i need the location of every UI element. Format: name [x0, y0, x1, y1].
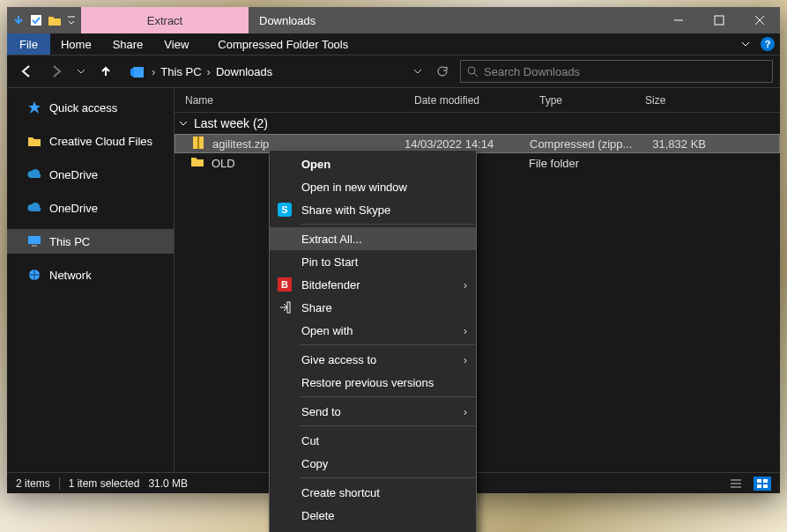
content-pane: Name Date modified Type Size Last week (… — [174, 88, 780, 472]
sidebar-item-label: This PC — [49, 235, 90, 248]
svg-rect-11 — [763, 484, 768, 488]
sidebar-item-quick-access[interactable]: Quick access — [7, 95, 174, 120]
menu-pin-to-start[interactable]: Pin to Start — [270, 250, 476, 273]
submenu-arrow-icon: › — [464, 324, 467, 337]
recent-dropdown-icon[interactable] — [74, 59, 88, 84]
breadcrumb-downloads[interactable]: Downloads — [212, 65, 276, 78]
menu-delete[interactable]: Delete — [270, 504, 476, 527]
search-box[interactable] — [460, 60, 773, 83]
menu-share[interactable]: Share — [270, 296, 476, 319]
sidebar: Quick access Creative Cloud Files OneDri… — [7, 88, 174, 472]
search-input[interactable] — [484, 65, 767, 78]
group-header[interactable]: Last week (2) — [174, 113, 780, 134]
menu-cut[interactable]: Cut — [270, 429, 476, 452]
sidebar-item-label: OneDrive — [49, 202, 98, 215]
menu-separator — [300, 425, 476, 426]
window-title: Downloads — [249, 7, 658, 33]
menu-open[interactable]: Open — [270, 152, 476, 175]
checkbox-icon[interactable] — [30, 14, 42, 26]
menu-send-to[interactable]: Send to › — [270, 400, 476, 423]
menu-bitdefender[interactable]: B Bitdefender › — [270, 273, 476, 296]
menu-rename[interactable]: Rename — [270, 527, 476, 532]
submenu-arrow-icon: › — [464, 405, 467, 418]
help-button[interactable]: ? — [755, 33, 780, 55]
folder-row-old[interactable]: OLD File folder — [174, 153, 780, 173]
sidebar-item-onedrive[interactable]: OneDrive — [7, 196, 174, 220]
refresh-button[interactable] — [430, 59, 455, 84]
chevron-right-icon[interactable]: › — [150, 65, 157, 78]
sidebar-item-label: OneDrive — [49, 168, 98, 181]
ribbon-tabs: File Home Share View Compressed Folder T… — [7, 33, 780, 55]
details-view-button[interactable] — [727, 477, 745, 491]
address-bar-row: › This PC › Downloads — [7, 55, 780, 88]
tab-view[interactable]: View — [153, 33, 199, 55]
column-type[interactable]: Type — [529, 94, 635, 107]
svg-rect-9 — [763, 479, 768, 483]
file-name: agilitest.zip — [212, 137, 405, 151]
cloud-icon — [26, 200, 42, 216]
location-folder-icon — [129, 63, 145, 79]
svg-rect-7 — [197, 137, 199, 149]
tab-home[interactable]: Home — [50, 33, 102, 55]
down-arrow-icon[interactable] — [12, 14, 25, 26]
svg-rect-1 — [715, 16, 724, 25]
status-item-count: 2 items — [16, 477, 50, 490]
sidebar-item-label: Network — [49, 269, 92, 282]
file-type: Compressed (zipp... — [530, 137, 635, 151]
file-menu[interactable]: File — [7, 33, 50, 55]
folder-icon[interactable] — [48, 14, 62, 26]
svg-point-2 — [468, 67, 475, 74]
menu-restore-previous[interactable]: Restore previous versions — [270, 371, 476, 394]
search-icon — [466, 65, 479, 78]
ribbon-context-tab[interactable]: Extract — [81, 7, 249, 33]
menu-give-access[interactable]: Give access to › — [270, 348, 476, 371]
folder-icon — [190, 155, 206, 171]
minimize-button[interactable] — [658, 7, 699, 33]
bitdefender-icon: B — [277, 277, 293, 292]
menu-extract-all[interactable]: Extract All... — [270, 227, 476, 250]
tab-compressed-tools[interactable]: Compressed Folder Tools — [199, 33, 367, 55]
file-type: File folder — [529, 157, 635, 170]
sidebar-item-onedrive[interactable]: OneDrive — [7, 162, 174, 187]
close-button[interactable] — [739, 7, 780, 33]
column-size[interactable]: Size — [635, 94, 714, 107]
breadcrumb-this-pc[interactable]: This PC — [157, 65, 204, 78]
menu-open-new-window[interactable]: Open in new window — [270, 175, 476, 198]
submenu-arrow-icon: › — [464, 353, 467, 366]
svg-rect-10 — [757, 484, 761, 488]
maximize-button[interactable] — [699, 7, 739, 33]
ribbon-collapse-icon[interactable] — [736, 33, 755, 55]
svg-rect-0 — [31, 15, 41, 26]
chevron-down-icon — [178, 118, 189, 129]
menu-separator — [300, 396, 476, 397]
tab-share[interactable]: Share — [102, 33, 154, 55]
quick-access-toolbar — [7, 7, 81, 33]
back-button[interactable] — [14, 59, 39, 84]
submenu-arrow-icon: › — [464, 278, 467, 292]
menu-separator — [300, 344, 476, 345]
file-row-agilitest[interactable]: agilitest.zip 14/03/2022 14:14 Compresse… — [174, 134, 780, 153]
menu-share-skype[interactable]: S Share with Skype — [270, 198, 476, 221]
column-headers: Name Date modified Type Size — [174, 88, 780, 113]
sidebar-item-creative-cloud[interactable]: Creative Cloud Files — [7, 129, 174, 153]
column-date[interactable]: Date modified — [404, 94, 529, 107]
menu-open-with[interactable]: Open with › — [270, 319, 476, 342]
file-size: 31,832 KB — [635, 137, 715, 151]
monitor-icon — [26, 233, 42, 249]
column-name[interactable]: Name — [174, 94, 404, 107]
sidebar-item-this-pc[interactable]: This PC — [7, 229, 174, 254]
address-dropdown-icon[interactable] — [405, 59, 430, 84]
menu-separator — [300, 224, 476, 225]
up-button[interactable] — [93, 59, 118, 84]
qat-dropdown-icon[interactable] — [67, 14, 76, 26]
file-date: 14/03/2022 14:14 — [405, 137, 530, 151]
address-bar[interactable]: › This PC › Downloads — [123, 60, 455, 83]
svg-rect-16 — [287, 302, 290, 313]
icons-view-button[interactable] — [754, 477, 771, 491]
menu-create-shortcut[interactable]: Create shortcut — [270, 481, 476, 504]
sidebar-item-network[interactable]: Network — [7, 262, 174, 287]
menu-copy[interactable]: Copy — [270, 452, 476, 475]
forward-button[interactable] — [44, 59, 69, 84]
svg-rect-4 — [32, 245, 37, 247]
chevron-right-icon[interactable]: › — [205, 65, 212, 78]
